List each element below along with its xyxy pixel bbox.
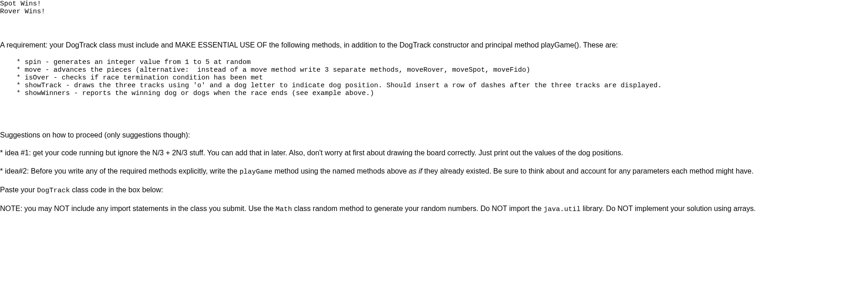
note-text: NOTE: you may NOT include any import sta…	[0, 204, 868, 214]
paste-post: class code in the box below:	[70, 186, 163, 194]
note-pre: NOTE: you may NOT include any import sta…	[0, 205, 276, 212]
requirement-text-after: class must include and MAKE ESSENTIAL US…	[97, 41, 618, 49]
paste-instruction: Paste your DogTrack class code in the bo…	[0, 185, 868, 195]
idea2-em-asif: as if	[409, 167, 422, 175]
idea2-post: they already existed. Be sure to think a…	[422, 167, 754, 175]
idea-2: * idea#2: Before you write any of the re…	[0, 166, 868, 177]
note-mid: class random method to generate your ran…	[292, 205, 544, 212]
requirement-class-name: DogTrack	[66, 41, 97, 49]
requirement-intro: A requirement: your DogTrack class must …	[0, 40, 868, 50]
suggestions-heading: Suggestions on how to proceed (only sugg…	[0, 130, 868, 140]
note-post: library. Do NOT implement your solution …	[581, 205, 756, 212]
idea-1: * idea #1: get your code running but ign…	[0, 148, 868, 158]
output-line-2: Rover Wins!	[0, 8, 868, 16]
idea2-code-playgame: playGame	[239, 168, 272, 176]
methods-list: * spin - generates an integer value from…	[0, 58, 868, 97]
note-code-javautil: java.util	[544, 206, 581, 213]
idea2-pre: * idea#2: Before you write any of the re…	[0, 167, 239, 175]
paste-pre: Paste your	[0, 186, 37, 194]
idea2-mid: method using the named methods above	[272, 167, 409, 175]
requirement-text-before: A requirement: your	[0, 41, 66, 49]
note-code-math: Math	[276, 206, 292, 213]
paste-code-dogtrack: DogTrack	[37, 187, 70, 195]
output-line-1: Spot Wins!	[0, 0, 868, 8]
